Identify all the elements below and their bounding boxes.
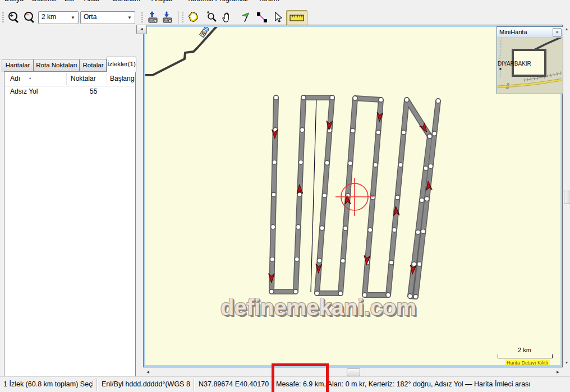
- map-view[interactable]: E99 definemekani.com 2 km Harita Detayı …: [143, 25, 563, 367]
- track-point-dot: [402, 130, 406, 135]
- status-separator: [194, 379, 194, 391]
- table-row[interactable]: Adsız Yol 55: [4, 86, 135, 97]
- toolbar-grip[interactable]: [182, 12, 183, 22]
- zoom-out-button[interactable]: –: [22, 10, 37, 25]
- toolbar-grip[interactable]: [141, 12, 143, 22]
- scroll-up-arrow-icon[interactable]: ▲: [563, 25, 570, 33]
- map-cursor-crosshair: [335, 178, 374, 216]
- track-point-dot: [368, 228, 373, 232]
- route-icon: [256, 11, 268, 24]
- zoom-tool-button[interactable]: [204, 10, 219, 25]
- track-point-dot: [379, 98, 383, 102]
- send-to-device-button[interactable]: [146, 10, 160, 25]
- status-selection: 1 İzlek (60.8 km toplam) Seçildi: [3, 377, 93, 392]
- track-points-cell: 55: [90, 87, 97, 95]
- track-point-dot: [274, 95, 278, 100]
- map-detail-combobox[interactable]: Orta ▼: [80, 11, 135, 24]
- tab-izlekler[interactable]: İzlekler(1): [107, 57, 136, 72]
- column-header-noktalar[interactable]: Noktalar: [71, 75, 96, 82]
- toolbar: + – 2 km ▼ Orta ▼: [0, 3, 570, 25]
- menu-dosya[interactable]: Dosya: [4, 0, 24, 3]
- track-point-dot: [421, 229, 425, 234]
- route-tool-button[interactable]: [255, 10, 269, 25]
- minimap-map[interactable]: DIYARBAKIR E99: [497, 38, 562, 93]
- scroll-down-arrow-icon[interactable]: ▼: [563, 359, 570, 366]
- track-point-dot: [295, 257, 299, 261]
- scrollbar-thumb[interactable]: [564, 191, 570, 204]
- scroll-right-arrow-icon[interactable]: ►: [554, 368, 562, 376]
- track-point-dot: [396, 195, 400, 200]
- map-select-tool-button[interactable]: [186, 10, 201, 25]
- track-point-dot: [272, 160, 277, 164]
- map-scale-combobox[interactable]: 2 km ▼: [38, 11, 79, 24]
- scrollbar-thumb[interactable]: [347, 368, 360, 376]
- menu-yardimci-programlar[interactable]: Yardımcı Programlar: [187, 0, 249, 3]
- distance-bearing-tool-button[interactable]: [286, 10, 307, 26]
- zoom-in-button[interactable]: +: [7, 10, 21, 25]
- track-point-dot: [297, 192, 302, 197]
- map-detail-value: Orta: [84, 13, 96, 21]
- track-point-dot: [325, 160, 329, 165]
- track-point-dot: [330, 95, 334, 100]
- river-line: [500, 38, 502, 78]
- track-point-dot: [371, 195, 375, 200]
- menu-bul[interactable]: Bul: [65, 0, 74, 3]
- track-point-dot: [404, 98, 409, 102]
- menu-gorunum[interactable]: Görünüm: [112, 0, 140, 3]
- sidebar-collapse-button[interactable]: ◄: [136, 25, 147, 34]
- map-horizontal-scrollbar[interactable]: ◄ ►: [143, 367, 563, 377]
- column-divider[interactable]: [107, 73, 107, 85]
- receive-from-device-icon: [162, 11, 174, 24]
- column-divider[interactable]: [66, 73, 67, 85]
- column-header-baslangic[interactable]: Başlangıç: [110, 75, 136, 82]
- track-point-dot: [351, 128, 355, 133]
- waypoint-flag-tool-button[interactable]: [239, 10, 254, 25]
- track-point-dot: [353, 96, 357, 100]
- zoom-in-icon: +: [8, 11, 20, 24]
- tab-haritalar[interactable]: Haritalar: [2, 59, 34, 72]
- send-to-device-icon: [147, 11, 159, 24]
- cursor-arrow-icon: [272, 11, 284, 24]
- minimap-graphics: DIYARBAKIR E99: [497, 38, 562, 93]
- map-vertical-scrollbar[interactable]: ▲ ▼: [563, 25, 570, 367]
- track-point-dot: [300, 128, 305, 132]
- track-point-dot: [432, 131, 436, 136]
- scale-bar: [498, 354, 553, 358]
- track-point-dot: [301, 95, 306, 100]
- tab-rota-noktalari[interactable]: Rota Noktaları: [34, 59, 80, 72]
- receive-from-device-button[interactable]: [160, 10, 175, 25]
- track-point-dot: [376, 130, 380, 135]
- track-point-dot: [296, 225, 301, 229]
- menu-araclar[interactable]: Araçlar: [151, 0, 173, 3]
- scroll-left-arrow-icon[interactable]: ◄: [144, 368, 151, 376]
- track-name-cell[interactable]: Adsız Yol: [10, 87, 38, 95]
- track-point-dot: [420, 198, 424, 202]
- city-dot: [499, 68, 502, 70]
- track-point-dot: [271, 225, 275, 229]
- map-detail-locked-badge: Harita Detayı Kilitli: [505, 359, 550, 365]
- track-point-dot: [425, 197, 429, 201]
- track-point-dot: [416, 230, 420, 234]
- track-point-dot: [269, 289, 274, 294]
- selection-arrow-tool-button[interactable]: [270, 10, 285, 25]
- menu-aktar[interactable]: Aktar: [84, 0, 100, 3]
- track-point-dot: [298, 160, 303, 164]
- track-point-dot: [272, 192, 276, 197]
- menu-duzenle[interactable]: Düzenle: [32, 0, 57, 3]
- toolbar-separator: [178, 11, 179, 24]
- minimap-city-label: DIYARBAKIR: [498, 61, 531, 67]
- toolbar-grip[interactable]: [2, 12, 4, 22]
- pan-hand-tool-button[interactable]: [220, 10, 235, 25]
- left-panel: Haritalar Rota Noktaları Rotalar İzlekle…: [0, 25, 139, 377]
- tab-rotalar[interactable]: Rotalar: [80, 59, 107, 72]
- menu-yardim[interactable]: Yardım: [258, 0, 279, 3]
- scale-bar-label: 2 km: [498, 347, 551, 353]
- minimap-close-icon[interactable]: ✕: [553, 28, 562, 37]
- dropdown-arrow-icon[interactable]: ▼: [125, 12, 134, 23]
- status-position-format: Enl/Byl hddd.ddddd°(WGS 84): [102, 377, 190, 392]
- track-point-dot: [373, 163, 378, 167]
- sort-ascending-icon: ▴: [29, 76, 31, 80]
- column-header-adi[interactable]: Adı: [10, 75, 20, 82]
- dropdown-arrow-icon[interactable]: ▼: [68, 12, 77, 23]
- minimap-panel[interactable]: MiniHarita ✕ DIYARBAKIR E99: [497, 26, 563, 94]
